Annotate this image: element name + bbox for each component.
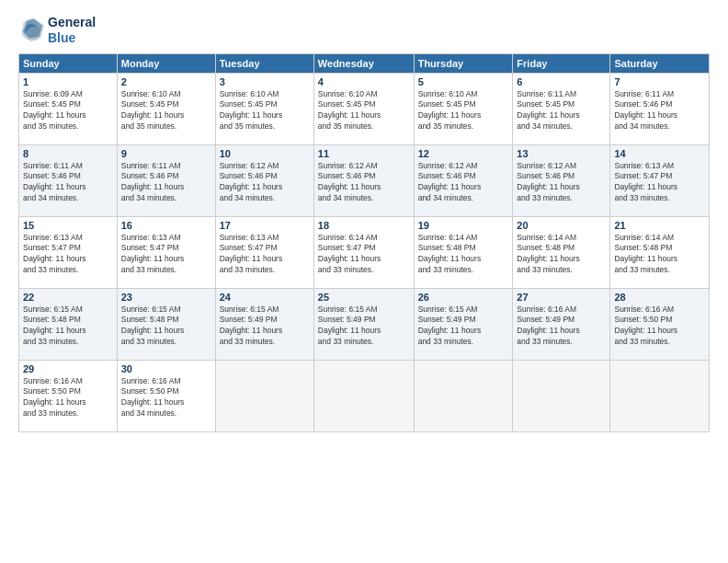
calendar-cell: 3Sunrise: 6:10 AM Sunset: 5:45 PM Daylig… [215,73,313,144]
day-info: Sunrise: 6:16 AM Sunset: 5:50 PM Dayligh… [614,304,705,349]
day-info: Sunrise: 6:12 AM Sunset: 5:46 PM Dayligh… [318,161,410,205]
day-number: 8 [23,148,113,159]
day-number: 14 [614,148,705,159]
calendar-cell: 29Sunrise: 6:16 AM Sunset: 5:50 PM Dayli… [19,360,118,431]
calendar-cell: 11Sunrise: 6:12 AM Sunset: 5:46 PM Dayli… [313,144,414,216]
day-number: 1 [23,76,113,87]
calendar-cell: 16Sunrise: 6:13 AM Sunset: 5:47 PM Dayli… [117,216,215,288]
calendar-cell [414,360,513,431]
day-info: Sunrise: 6:10 AM Sunset: 5:45 PM Dayligh… [418,89,509,133]
day-info: Sunrise: 6:12 AM Sunset: 5:46 PM Dayligh… [418,161,509,205]
day-info: Sunrise: 6:11 AM Sunset: 5:45 PM Dayligh… [517,89,606,133]
calendar-cell: 7Sunrise: 6:11 AM Sunset: 5:46 PM Daylig… [610,73,710,144]
logo: General Blue [18,15,96,46]
day-info: Sunrise: 6:14 AM Sunset: 5:48 PM Dayligh… [614,233,705,277]
day-number: 18 [318,220,410,231]
calendar-cell: 26Sunrise: 6:15 AM Sunset: 5:49 PM Dayli… [414,288,513,360]
day-info: Sunrise: 6:11 AM Sunset: 5:46 PM Dayligh… [614,89,705,133]
day-number: 15 [23,220,113,231]
day-number: 6 [517,76,606,87]
day-info: Sunrise: 6:12 AM Sunset: 5:46 PM Dayligh… [220,161,310,205]
day-info: Sunrise: 6:09 AM Sunset: 5:45 PM Dayligh… [23,89,113,133]
day-info: Sunrise: 6:13 AM Sunset: 5:47 PM Dayligh… [121,233,211,277]
day-info: Sunrise: 6:13 AM Sunset: 5:47 PM Dayligh… [614,161,705,205]
day-info: Sunrise: 6:10 AM Sunset: 5:45 PM Dayligh… [220,89,310,133]
day-info: Sunrise: 6:10 AM Sunset: 5:45 PM Dayligh… [121,89,211,133]
day-info: Sunrise: 6:14 AM Sunset: 5:48 PM Dayligh… [418,233,509,277]
calendar-cell: 10Sunrise: 6:12 AM Sunset: 5:46 PM Dayli… [215,144,313,216]
weekday-header: Friday [513,53,610,73]
day-number: 7 [614,76,705,87]
day-info: Sunrise: 6:14 AM Sunset: 5:48 PM Dayligh… [517,233,606,277]
calendar-cell: 20Sunrise: 6:14 AM Sunset: 5:48 PM Dayli… [513,216,610,288]
weekday-header: Saturday [610,53,710,73]
day-info: Sunrise: 6:16 AM Sunset: 5:50 PM Dayligh… [121,376,211,420]
day-info: Sunrise: 6:15 AM Sunset: 5:48 PM Dayligh… [23,304,113,349]
calendar-cell: 24Sunrise: 6:15 AM Sunset: 5:49 PM Dayli… [215,288,313,360]
day-number: 12 [418,148,509,159]
day-info: Sunrise: 6:14 AM Sunset: 5:47 PM Dayligh… [318,233,410,277]
day-number: 26 [418,292,509,303]
day-number: 9 [121,148,211,159]
day-info: Sunrise: 6:10 AM Sunset: 5:45 PM Dayligh… [318,89,410,133]
day-info: Sunrise: 6:15 AM Sunset: 5:49 PM Dayligh… [418,304,509,349]
day-number: 10 [220,148,310,159]
calendar-cell [215,360,313,431]
calendar-cell: 21Sunrise: 6:14 AM Sunset: 5:48 PM Dayli… [610,216,710,288]
day-info: Sunrise: 6:16 AM Sunset: 5:50 PM Dayligh… [23,376,113,420]
calendar-cell [513,360,610,431]
calendar-header: SundayMondayTuesdayWednesdayThursdayFrid… [19,53,710,73]
calendar-cell [610,360,710,431]
day-info: Sunrise: 6:16 AM Sunset: 5:49 PM Dayligh… [517,304,606,349]
day-number: 4 [318,76,410,87]
day-number: 11 [318,148,410,159]
day-info: Sunrise: 6:13 AM Sunset: 5:47 PM Dayligh… [220,233,310,277]
day-number: 27 [517,292,606,303]
calendar-cell: 2Sunrise: 6:10 AM Sunset: 5:45 PM Daylig… [117,73,215,144]
day-number: 19 [418,220,509,231]
calendar-cell: 14Sunrise: 6:13 AM Sunset: 5:47 PM Dayli… [610,144,710,216]
weekday-header: Thursday [414,53,513,73]
calendar-cell: 27Sunrise: 6:16 AM Sunset: 5:49 PM Dayli… [513,288,610,360]
day-number: 28 [614,292,705,303]
calendar-cell: 9Sunrise: 6:11 AM Sunset: 5:46 PM Daylig… [117,144,215,216]
calendar-cell: 8Sunrise: 6:11 AM Sunset: 5:46 PM Daylig… [19,144,118,216]
day-number: 5 [418,76,509,87]
day-info: Sunrise: 6:11 AM Sunset: 5:46 PM Dayligh… [121,161,211,205]
calendar-cell: 17Sunrise: 6:13 AM Sunset: 5:47 PM Dayli… [215,216,313,288]
day-number: 23 [121,292,211,303]
calendar-cell [313,360,414,431]
day-number: 21 [614,220,705,231]
day-number: 3 [220,76,310,87]
calendar-cell: 23Sunrise: 6:15 AM Sunset: 5:48 PM Dayli… [117,288,215,360]
calendar-cell: 12Sunrise: 6:12 AM Sunset: 5:46 PM Dayli… [414,144,513,216]
day-number: 25 [318,292,410,303]
calendar-cell: 22Sunrise: 6:15 AM Sunset: 5:48 PM Dayli… [19,288,118,360]
day-info: Sunrise: 6:12 AM Sunset: 5:46 PM Dayligh… [517,161,606,205]
calendar-cell: 15Sunrise: 6:13 AM Sunset: 5:47 PM Dayli… [19,216,118,288]
day-number: 20 [517,220,606,231]
day-info: Sunrise: 6:15 AM Sunset: 5:48 PM Dayligh… [121,304,211,349]
day-number: 22 [23,292,113,303]
calendar-cell: 13Sunrise: 6:12 AM Sunset: 5:46 PM Dayli… [513,144,610,216]
weekday-header: Monday [117,53,215,73]
day-number: 16 [121,220,211,231]
day-number: 30 [121,363,211,374]
day-number: 29 [23,363,113,374]
weekday-header: Wednesday [313,53,414,73]
calendar-cell: 28Sunrise: 6:16 AM Sunset: 5:50 PM Dayli… [610,288,710,360]
calendar-cell: 5Sunrise: 6:10 AM Sunset: 5:45 PM Daylig… [414,73,513,144]
day-number: 17 [220,220,310,231]
calendar-cell: 1Sunrise: 6:09 AM Sunset: 5:45 PM Daylig… [19,73,118,144]
svg-marker-2 [22,17,45,41]
day-info: Sunrise: 6:15 AM Sunset: 5:49 PM Dayligh… [220,304,310,349]
calendar-cell: 4Sunrise: 6:10 AM Sunset: 5:45 PM Daylig… [313,73,414,144]
calendar-cell: 30Sunrise: 6:16 AM Sunset: 5:50 PM Dayli… [117,360,215,431]
calendar-cell: 25Sunrise: 6:15 AM Sunset: 5:49 PM Dayli… [313,288,414,360]
day-number: 13 [517,148,606,159]
logo-icon [18,17,44,43]
day-number: 24 [220,292,310,303]
weekday-header: Tuesday [215,53,313,73]
calendar-table: SundayMondayTuesdayWednesdayThursdayFrid… [18,53,710,432]
day-info: Sunrise: 6:13 AM Sunset: 5:47 PM Dayligh… [23,233,113,277]
